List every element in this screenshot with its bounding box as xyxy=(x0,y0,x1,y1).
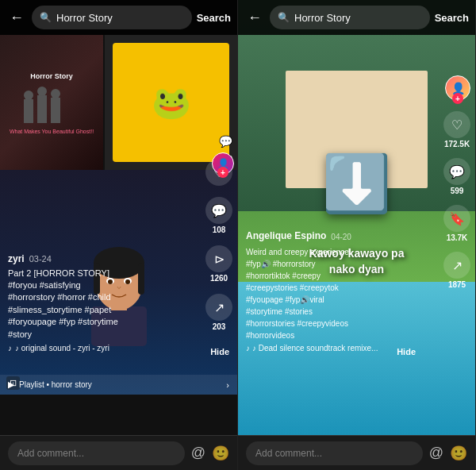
left-header: ← 🔍 Horror Story Search xyxy=(0,0,237,35)
arrow-download-overlay: ⬇️ xyxy=(322,151,391,216)
right-comment-icon[interactable]: 💬 xyxy=(443,158,470,185)
grill-emoji: 🐸 xyxy=(152,84,191,121)
right-comment-icons: @ 🙂 xyxy=(429,445,467,462)
left-bookmark-icon[interactable]: ⊳ xyxy=(205,245,232,272)
playlist-label: Playlist • horror story xyxy=(19,380,221,389)
ghost-caption: What Makes You Beautiful Ghost!! xyxy=(6,127,97,136)
left-comment-count: 108 xyxy=(213,225,226,234)
left-forward-count: 203 xyxy=(213,322,226,331)
left-search-bar[interactable]: 🔍 Horror Story xyxy=(32,6,192,29)
right-header: ← 🔍 Horror Story Search xyxy=(238,0,475,35)
right-share-icon[interactable]: ↗ xyxy=(443,252,470,279)
right-at-icon[interactable]: @ xyxy=(429,445,443,461)
right-date: 04-20 xyxy=(331,233,351,241)
left-emoji-icon[interactable]: 🙂 xyxy=(212,445,229,462)
left-comment-icon[interactable]: 💬 xyxy=(205,197,232,224)
left-comment-icons: @ 🙂 xyxy=(191,445,229,462)
band-name: Horror Story xyxy=(27,69,76,83)
right-sound-text: ♪ Dead silence soundtrack remixe... xyxy=(252,344,378,352)
right-search-bar[interactable]: 🔍 Horror Story xyxy=(270,6,430,29)
left-share-group[interactable]: ↗ 203 xyxy=(205,294,232,331)
right-video-info: Angelique Espino 04-20 Weird and creepy … xyxy=(238,224,420,359)
right-like-icon[interactable]: ♡ xyxy=(443,111,470,138)
left-caption: Part 2 [HORROR STORY]#foryou #satisfying… xyxy=(8,268,170,341)
right-like-count: 172.5K xyxy=(444,140,470,148)
left-search-icon: 🔍 xyxy=(40,12,52,23)
left-avatar-wrap: 👤 + xyxy=(212,152,234,175)
left-bookmark-group[interactable]: ⊳ 1260 xyxy=(205,245,232,283)
left-search-button[interactable]: Search xyxy=(197,12,231,24)
left-share-icon[interactable]: ↗ xyxy=(205,294,232,321)
left-comment-input[interactable]: Add comment... xyxy=(8,441,185,465)
left-back-button[interactable]: ← xyxy=(6,6,27,29)
right-share-count: 1875 xyxy=(448,280,466,289)
right-caption: Weird and creepy experience!#fyp🔊 #horro… xyxy=(246,246,412,341)
right-bookmark-icon[interactable]: 🔖 xyxy=(443,205,470,232)
left-panel: Horror Story What Makes You Beautiful Gh… xyxy=(0,0,238,470)
right-avatar-wrap: 👤 + xyxy=(445,75,470,101)
right-comment-input[interactable]: Add comment... xyxy=(246,441,423,465)
left-video-info: zyri 03-24 Part 2 [HORROR STORY]#foryou … xyxy=(0,247,178,359)
right-panel: ⬇️ Kawoy kawayo panako dyan 👤 + ♡ 172.5K… xyxy=(238,0,476,470)
left-hide-btn[interactable]: Hide xyxy=(210,347,229,356)
right-music-icon: ♪ xyxy=(246,344,250,352)
left-comment-placeholder: Add comment... xyxy=(17,448,84,459)
right-comment-count: 599 xyxy=(451,187,464,195)
right-emoji-icon[interactable]: 🙂 xyxy=(450,445,467,462)
right-bookmark-count: 13.7K xyxy=(447,233,468,242)
left-sound: ♪ original sound - zyri - zyri xyxy=(15,344,109,352)
right-search-button[interactable]: Search xyxy=(435,12,469,24)
right-comment-group[interactable]: 💬 599 xyxy=(443,158,470,195)
right-comment-placeholder: Add comment... xyxy=(255,448,322,459)
grill-comment-icon: 💬 xyxy=(219,135,232,148)
left-comment-group[interactable]: 💬 108 xyxy=(205,197,232,234)
left-side-icons: ♡ 💬 108 ⊳ 1260 ↗ 203 xyxy=(205,159,232,331)
right-hide-btn[interactable]: Hide xyxy=(397,347,416,356)
right-side-icons: ♡ 172.5K 💬 599 🔖 13.7K ↗ 1875 xyxy=(443,111,470,289)
right-bookmark-group[interactable]: 🔖 13.7K xyxy=(443,205,470,242)
band-image xyxy=(20,83,83,127)
right-username: Angelique Espino xyxy=(246,230,326,241)
right-back-button[interactable]: ← xyxy=(244,6,265,29)
left-thumbnail-row: Horror Story What Makes You Beautiful Gh… xyxy=(0,35,237,170)
left-date: 03-24 xyxy=(29,254,52,264)
thumb-one-direction[interactable]: Horror Story What Makes You Beautiful Gh… xyxy=(0,35,103,170)
right-comment-bar: Add comment... @ 🙂 xyxy=(238,435,475,470)
left-comment-bar: Add comment... @ 🙂 xyxy=(0,435,237,470)
right-search-icon: 🔍 xyxy=(278,12,290,23)
playlist-icon: ▶ xyxy=(8,379,14,390)
yellow-grill-box: 🐸 xyxy=(113,43,229,162)
thumb-grill[interactable]: 🐸 8059 💬 xyxy=(105,35,237,170)
right-share-group[interactable]: ↗ 1875 xyxy=(443,252,470,289)
right-like-group[interactable]: ♡ 172.5K xyxy=(443,111,470,148)
left-playlist-row[interactable]: ▶ Playlist • horror story › xyxy=(0,375,237,395)
left-search-text: Horror Story xyxy=(56,12,113,24)
left-share-count: 1260 xyxy=(210,274,228,283)
left-at-icon[interactable]: @ xyxy=(191,445,205,461)
music-icon: ♪ xyxy=(8,344,12,352)
right-search-text: Horror Story xyxy=(294,12,351,24)
right-follow-badge[interactable]: + xyxy=(452,93,463,104)
follow-plus-badge[interactable]: + xyxy=(217,167,228,178)
playlist-chevron-icon: › xyxy=(226,380,229,390)
left-username: zyri xyxy=(8,253,25,264)
